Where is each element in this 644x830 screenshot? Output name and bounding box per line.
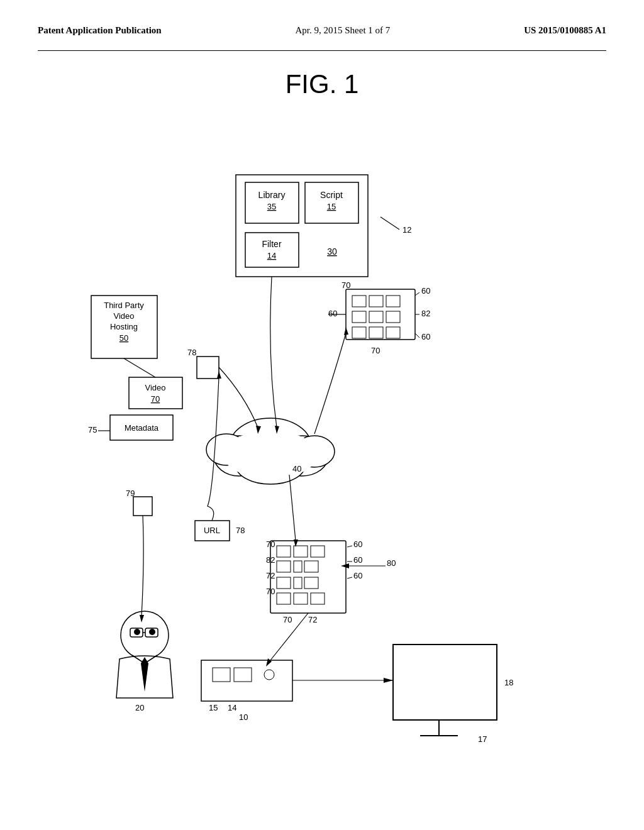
svg-point-30 [264, 670, 274, 680]
svg-point-6 [223, 431, 318, 479]
diagram-svg: Library 35 Script 15 Filter 14 30 12 Thi… [38, 107, 606, 792]
ref60-b3-line [347, 577, 352, 578]
svg-rect-21 [304, 561, 318, 572]
svg-rect-29 [234, 668, 252, 682]
monitor-screen [393, 645, 497, 720]
svg-rect-25 [277, 593, 291, 604]
ref60-b2: 60 [353, 555, 362, 565]
svg-rect-15 [386, 327, 400, 338]
header-divider [38, 50, 606, 51]
metadata-label: Metadata [125, 423, 159, 433]
script-ref: 15 [327, 202, 336, 211]
third-party-line2: Video [113, 311, 134, 321]
ref20-label: 20 [135, 703, 144, 712]
ref14-label: 14 [228, 703, 236, 712]
ref78-top-label: 78 [187, 348, 196, 357]
person-icon [116, 611, 173, 698]
page: Patent Application Publication Apr. 9, 2… [0, 0, 644, 830]
ref70-top-label: 70 [341, 280, 350, 290]
ref60-2-line [415, 333, 419, 338]
svg-rect-27 [311, 593, 325, 604]
ref30-label: 30 [327, 246, 337, 257]
svg-rect-9 [386, 296, 400, 307]
box-78-top [197, 357, 219, 379]
ref70-b2: 70 [266, 587, 275, 596]
ref60-2-label: 60 [421, 332, 430, 341]
svg-point-33 [121, 611, 169, 659]
svg-rect-10 [352, 311, 366, 323]
header: Patent Application Publication Apr. 9, 2… [0, 25, 644, 36]
ref60-1-line [415, 292, 419, 296]
header-right: US 2015/0100885 A1 [524, 25, 606, 36]
fig-label: FIG. 1 [286, 69, 359, 99]
ref72-b1: 72 [266, 571, 275, 580]
library-label: Library [258, 190, 286, 200]
box-79 [133, 497, 152, 516]
ref10-label: 10 [239, 712, 248, 722]
script-label: Script [320, 190, 343, 200]
ref70-b3: 70 [283, 615, 292, 624]
ref15-label: 15 [209, 703, 218, 712]
ref82-b1: 82 [266, 555, 275, 565]
svg-rect-28 [213, 668, 230, 682]
library-ref: 35 [267, 202, 276, 211]
arrow-cloud-top-stack [314, 333, 346, 434]
header-left: Patent Application Publication [38, 25, 162, 36]
ref60-b1-line [347, 546, 352, 547]
svg-point-35 [149, 629, 155, 635]
ref12-label: 12 [402, 225, 411, 235]
svg-rect-16 [277, 546, 291, 557]
svg-rect-13 [352, 327, 366, 338]
ref79-label: 79 [126, 489, 135, 498]
arrow-cloud-bottom-stack [289, 475, 296, 541]
svg-rect-24 [304, 577, 318, 589]
ref78-bottom-label: 78 [236, 526, 245, 535]
svg-rect-12 [386, 311, 400, 323]
arrow-lib-cloud [270, 277, 277, 428]
svg-rect-19 [277, 561, 291, 572]
third-party-ref: 50 [119, 333, 128, 343]
video-label: Video [145, 383, 165, 392]
ref70-b1: 70 [266, 540, 275, 549]
svg-rect-7 [352, 296, 366, 307]
svg-rect-26 [294, 593, 308, 604]
svg-rect-11 [369, 311, 383, 323]
svg-point-34 [134, 629, 140, 635]
video-ref: 70 [151, 394, 160, 404]
ref70-mid-label: 70 [371, 346, 380, 355]
svg-rect-22 [277, 577, 291, 589]
ref60-left-label: 60 [328, 309, 337, 318]
ref12-arrow [380, 217, 399, 230]
svg-rect-8 [369, 296, 383, 307]
ref82-1-label: 82 [421, 309, 430, 318]
ref60-1-label: 60 [421, 286, 430, 296]
url-label: URL [204, 526, 220, 535]
svg-rect-23 [294, 577, 302, 589]
filter-ref: 14 [267, 251, 276, 260]
third-party-line1: Third Party [104, 301, 144, 310]
arrow-78-cloud [219, 367, 258, 428]
ref75-label: 75 [88, 425, 97, 434]
svg-rect-20 [294, 561, 302, 572]
ref72-b2: 72 [308, 615, 317, 624]
cloud-40 [206, 418, 335, 484]
ref60-b1: 60 [353, 540, 362, 549]
svg-rect-14 [369, 327, 383, 338]
svg-rect-17 [294, 546, 308, 557]
filter-label: Filter [262, 239, 281, 249]
filter-box [245, 233, 299, 267]
svg-marker-47 [384, 678, 393, 683]
third-party-line3: Hosting [110, 322, 138, 331]
header-center: Apr. 9, 2015 Sheet 1 of 7 [296, 25, 391, 36]
svg-rect-18 [311, 546, 325, 557]
ref80-label: 80 [387, 558, 396, 568]
ref18-label: 18 [504, 678, 513, 687]
video-box [129, 377, 182, 409]
ref17-label: 17 [478, 734, 487, 744]
ref60-b3: 60 [353, 571, 362, 580]
ref40-label: 40 [292, 464, 301, 473]
arrow-tp-video [124, 358, 155, 377]
arrow-79-person [142, 516, 143, 616]
